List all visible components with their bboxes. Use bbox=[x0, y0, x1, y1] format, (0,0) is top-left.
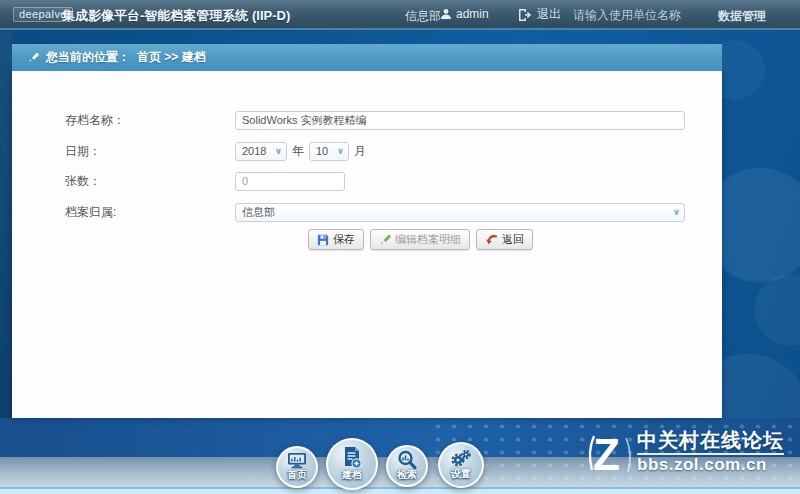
save-button-label: 保存 bbox=[333, 232, 355, 247]
nav-create-archive-label: 建档 bbox=[342, 468, 362, 482]
topbar: deepalve 集成影像平台-智能档案管理系统 (IIP-D) 信息部 adm… bbox=[0, 0, 800, 30]
search-chart-icon bbox=[397, 450, 417, 470]
footer-nav: 首页 建档 检索 设置 bbox=[276, 438, 496, 494]
chevron-down-icon bbox=[337, 147, 344, 156]
gears-icon bbox=[450, 449, 472, 469]
data-management-link[interactable]: 数据管理 bbox=[718, 8, 766, 25]
create-archive-form-panel: 存档名称： 日期： 2018 年 10 月 张数： 档案归属: bbox=[12, 71, 722, 418]
archive-name-row: 存档名称： bbox=[12, 109, 722, 131]
save-button[interactable]: 保存 bbox=[308, 229, 364, 250]
unit-search-input[interactable] bbox=[573, 5, 701, 25]
nav-home-label: 首页 bbox=[287, 468, 307, 482]
year-value: 2018 bbox=[242, 145, 266, 157]
edit-detail-button-label: 编辑档案明细 bbox=[395, 232, 461, 247]
date-label: 日期： bbox=[65, 143, 101, 160]
archive-owner-label: 档案归属: bbox=[65, 204, 116, 221]
archive-owner-select[interactable]: 信息部 bbox=[235, 203, 685, 222]
month-unit-label: 月 bbox=[354, 143, 366, 160]
month-value: 10 bbox=[316, 145, 328, 157]
edit-detail-button[interactable]: 编辑档案明细 bbox=[370, 229, 470, 250]
archive-owner-value: 信息部 bbox=[242, 205, 275, 220]
department-label: 信息部 bbox=[405, 8, 441, 25]
month-select[interactable]: 10 bbox=[309, 142, 349, 161]
logout-label: 退出 bbox=[537, 6, 561, 23]
nav-search-label: 检索 bbox=[397, 468, 417, 482]
nav-create-archive-button[interactable]: 建档 bbox=[326, 438, 378, 490]
archive-name-input[interactable] bbox=[235, 111, 685, 130]
logout-icon bbox=[517, 8, 532, 22]
nav-settings-label: 设置 bbox=[451, 467, 471, 481]
zol-watermark: Z 中关村在线论坛 bbs.zol.com.cn bbox=[584, 428, 784, 478]
form-buttons: 保存 编辑档案明细 返回 bbox=[308, 229, 533, 250]
user-icon bbox=[440, 8, 452, 20]
sheet-count-row: 张数： bbox=[12, 170, 722, 192]
archive-name-label: 存档名称： bbox=[65, 112, 125, 129]
username-label: admin bbox=[456, 7, 489, 21]
chevron-down-icon bbox=[275, 147, 282, 156]
year-select[interactable]: 2018 bbox=[235, 142, 287, 161]
current-user: admin bbox=[440, 7, 489, 21]
breadcrumb-path: 首页 >> 建档 bbox=[137, 49, 206, 66]
watermark-site-name: 中关村在线论坛 bbox=[637, 430, 784, 455]
nav-search-button[interactable]: 检索 bbox=[386, 445, 428, 487]
sheet-count-label: 张数： bbox=[65, 173, 101, 190]
archive-owner-row: 档案归属: 信息部 bbox=[12, 201, 722, 223]
pencil-icon bbox=[28, 52, 39, 63]
document-add-icon bbox=[341, 446, 363, 470]
app-title: 集成影像平台-智能档案管理系统 (IIP-D) bbox=[62, 7, 290, 25]
edit-pencil-icon bbox=[379, 234, 391, 246]
nav-home-button[interactable]: 首页 bbox=[276, 446, 318, 488]
back-arrow-icon bbox=[485, 234, 498, 246]
chevron-down-icon bbox=[673, 208, 680, 217]
watermark-site-url: bbs.zol.com.cn bbox=[637, 455, 784, 475]
left-edge-strip bbox=[0, 30, 12, 418]
sheet-count-input[interactable] bbox=[235, 172, 345, 191]
back-button[interactable]: 返回 bbox=[476, 229, 533, 250]
zol-logo-icon: Z bbox=[584, 428, 634, 478]
save-floppy-icon bbox=[317, 234, 329, 246]
breadcrumb: 您当前的位置： 首页 >> 建档 bbox=[12, 44, 722, 71]
logout-button[interactable]: 退出 bbox=[517, 6, 561, 23]
year-unit-label: 年 bbox=[292, 143, 304, 160]
date-row: 日期： 2018 年 10 月 bbox=[12, 140, 722, 162]
zol-logo-letter: Z bbox=[593, 430, 620, 478]
breadcrumb-prefix: 您当前的位置： bbox=[46, 49, 130, 66]
nav-settings-button[interactable]: 设置 bbox=[438, 442, 484, 488]
back-button-label: 返回 bbox=[502, 232, 524, 247]
